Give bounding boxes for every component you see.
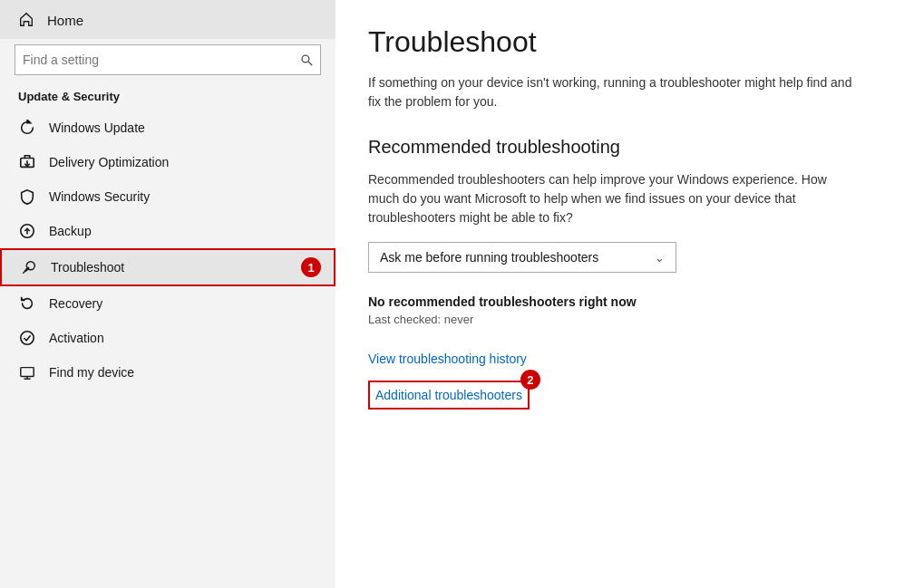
search-button[interactable] xyxy=(300,53,313,66)
svg-marker-2 xyxy=(27,120,31,123)
view-history-link[interactable]: View troubleshooting history xyxy=(368,352,871,366)
dropdown-wrapper: Ask me before running troubleshooters ⌄ xyxy=(368,242,871,273)
chevron-down-icon: ⌄ xyxy=(655,251,665,265)
delivery-icon xyxy=(18,154,36,170)
additional-troubleshooters-box: 2 Additional troubleshooters xyxy=(368,381,530,410)
additional-badge: 2 xyxy=(520,370,540,390)
nav-item-windows-security[interactable]: Windows Security xyxy=(0,179,335,214)
nav-item-windows-update[interactable]: Windows Update xyxy=(0,111,335,145)
update-icon xyxy=(18,120,36,136)
troubleshooter-dropdown[interactable]: Ask me before running troubleshooters ⌄ xyxy=(368,242,676,273)
svg-line-1 xyxy=(308,62,312,65)
additional-troubleshooters-link[interactable]: Additional troubleshooters xyxy=(375,384,522,406)
recovery-icon xyxy=(18,295,36,312)
additional-troubleshooters-container: 2 Additional troubleshooters xyxy=(368,381,871,410)
nav-item-troubleshoot[interactable]: Troubleshoot 1 xyxy=(0,248,335,286)
sidebar: Home Update & Security Win xyxy=(0,0,335,588)
page-description: If something on your device isn't workin… xyxy=(368,73,858,111)
activation-icon xyxy=(18,330,36,346)
recommended-section-title: Recommended troubleshooting xyxy=(368,137,871,158)
svg-point-0 xyxy=(302,55,309,63)
main-content: Troubleshoot If something on your device… xyxy=(335,0,904,588)
nav-item-delivery-optimization[interactable]: Delivery Optimization xyxy=(0,145,335,179)
find-device-icon xyxy=(18,364,36,381)
nav-label-backup: Backup xyxy=(49,224,92,238)
sidebar-nav: Windows Update Delivery Optimization Win… xyxy=(0,111,335,588)
search-wrap xyxy=(0,39,335,84)
nav-label-troubleshoot: Troubleshoot xyxy=(51,260,124,275)
nav-label-recovery: Recovery xyxy=(49,296,102,311)
svg-point-10 xyxy=(21,332,34,344)
security-icon xyxy=(18,188,36,205)
nav-item-backup[interactable]: Backup xyxy=(0,214,335,248)
dropdown-value: Ask me before running troubleshooters xyxy=(380,250,598,265)
nav-label-find-my-device: Find my device xyxy=(49,365,134,380)
section-title: Update & Security xyxy=(0,84,335,111)
svg-line-9 xyxy=(25,268,28,271)
home-label: Home xyxy=(47,13,83,28)
page-title: Troubleshoot xyxy=(368,25,871,59)
nav-item-find-my-device[interactable]: Find my device xyxy=(0,355,335,390)
no-recommended-text: No recommended troubleshooters right now xyxy=(368,294,871,309)
nav-label-activation: Activation xyxy=(49,331,104,345)
nav-label-windows-security: Windows Security xyxy=(49,189,150,204)
nav-label-windows-update: Windows Update xyxy=(49,120,145,135)
nav-label-delivery-optimization: Delivery Optimization xyxy=(49,155,169,169)
nav-item-recovery[interactable]: Recovery xyxy=(0,286,335,321)
sidebar-home-item[interactable]: Home xyxy=(0,0,335,39)
last-checked-text: Last checked: never xyxy=(368,313,871,326)
nav-item-activation[interactable]: Activation xyxy=(0,321,335,355)
search-input[interactable] xyxy=(23,53,300,67)
backup-icon xyxy=(18,223,36,239)
recommended-section-desc: Recommended troubleshooters can help imp… xyxy=(368,170,858,227)
home-icon xyxy=(18,11,34,30)
search-box[interactable] xyxy=(15,44,321,75)
troubleshoot-badge: 1 xyxy=(301,257,321,277)
troubleshoot-icon xyxy=(20,259,38,275)
svg-rect-11 xyxy=(21,368,34,377)
